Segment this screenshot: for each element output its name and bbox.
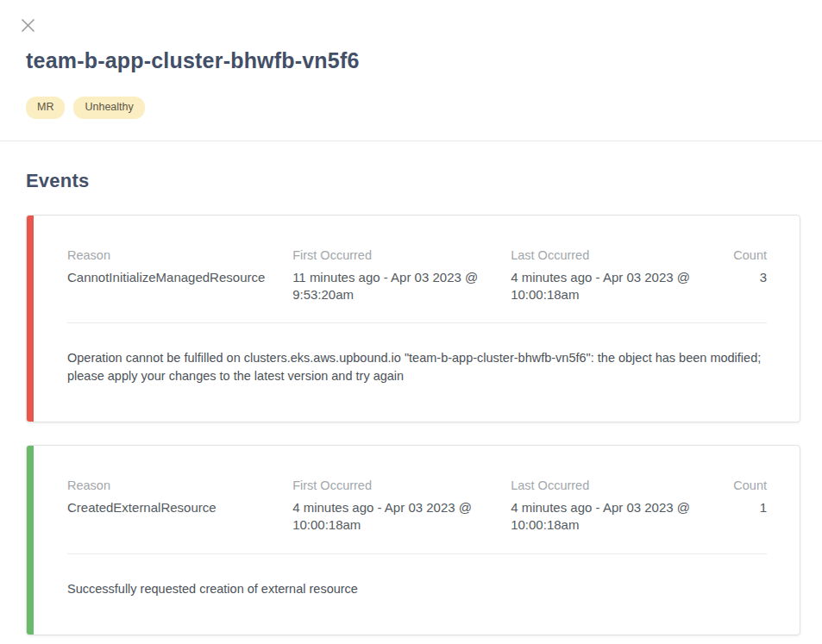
reason-column-header: Reason (67, 248, 280, 262)
count-column-header: Count (722, 478, 767, 492)
reason-column: Reason CannotInitializeManagedResource (67, 248, 292, 304)
first-occurred-column-header: First Occurred (292, 248, 499, 262)
close-icon (21, 18, 35, 33)
events-section: Events Reason CannotInitializeManagedRes… (0, 141, 822, 635)
events-heading: Events (26, 170, 800, 192)
event-message: Operation cannot be fulfilled on cluster… (67, 349, 767, 389)
event-card-content: Reason CannotInitializeManagedResource F… (34, 216, 800, 422)
close-button[interactable] (19, 16, 36, 34)
event-reason: CannotInitializeManagedResource (67, 269, 280, 286)
card-divider (67, 553, 767, 554)
last-occurred-column-header: Last Occurred (511, 248, 710, 262)
event-detail-grid: Reason CannotInitializeManagedResource F… (67, 248, 767, 304)
event-status-bar (27, 216, 34, 422)
event-detail-grid: Reason CreatedExternalResource First Occ… (67, 478, 767, 535)
resource-kind-badge: MR (26, 97, 65, 119)
event-message: Successfully requested creation of exter… (67, 580, 767, 602)
event-first-occurred: 4 minutes ago - Apr 03 2023 @ 10:00:18am (292, 499, 499, 535)
event-card-content: Reason CreatedExternalResource First Occ… (34, 446, 800, 635)
first-occurred-column: First Occurred 4 minutes ago - Apr 03 20… (292, 478, 511, 535)
page-title: team-b-app-cluster-bhwfb-vn5f6 (26, 48, 796, 73)
badge-row: MR Unhealthy (26, 97, 796, 119)
event-status-bar (27, 446, 34, 635)
first-occurred-column: First Occurred 11 minutes ago - Apr 03 2… (292, 248, 511, 304)
event-reason: CreatedExternalResource (67, 499, 280, 516)
event-count: 1 (722, 499, 767, 516)
event-first-occurred: 11 minutes ago - Apr 03 2023 @ 9:53:20am (292, 269, 499, 304)
health-status-badge: Unhealthy (73, 97, 144, 119)
reason-column: Reason CreatedExternalResource (67, 478, 292, 535)
event-card-success: Reason CreatedExternalResource First Occ… (26, 445, 800, 635)
reason-column-header: Reason (67, 478, 280, 492)
count-column-header: Count (722, 248, 767, 262)
event-last-occurred: 4 minutes ago - Apr 03 2023 @ 10:00:18am (511, 499, 710, 535)
event-count: 3 (722, 269, 767, 286)
count-column: Count 1 (722, 478, 767, 535)
card-divider (67, 322, 767, 323)
event-card-error: Reason CannotInitializeManagedResource F… (26, 215, 800, 423)
event-last-occurred: 4 minutes ago - Apr 03 2023 @ 10:00:18am (511, 269, 710, 304)
resource-header: team-b-app-cluster-bhwfb-vn5f6 MR Unheal… (0, 0, 822, 119)
last-occurred-column-header: Last Occurred (511, 478, 710, 492)
last-occurred-column: Last Occurred 4 minutes ago - Apr 03 202… (511, 248, 722, 304)
last-occurred-column: Last Occurred 4 minutes ago - Apr 03 202… (511, 478, 722, 535)
count-column: Count 3 (722, 248, 767, 304)
first-occurred-column-header: First Occurred (292, 478, 499, 492)
